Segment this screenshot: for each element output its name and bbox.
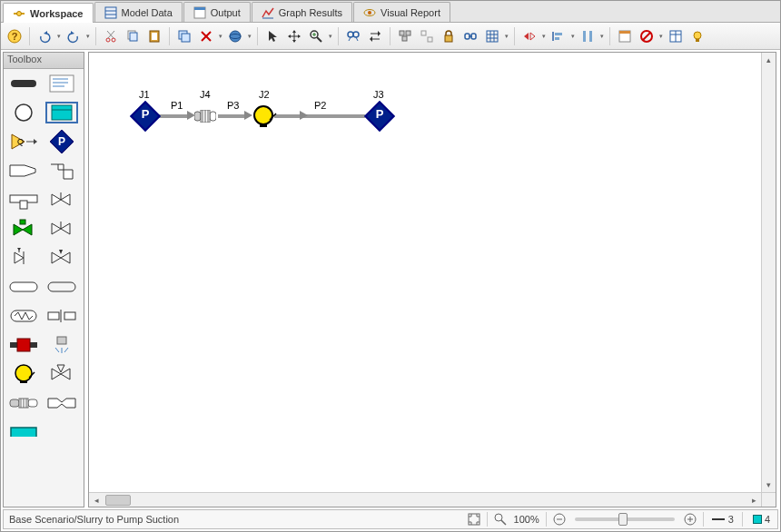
svg-rect-62 [50,75,74,92]
undo-icon[interactable] [35,26,54,46]
properties-icon[interactable] [615,26,635,46]
cut-icon[interactable] [101,26,121,46]
zoom-tool-icon[interactable] [490,510,510,528]
forbid-dropdown[interactable]: ▾ [658,26,664,46]
tool-pump-yellow[interactable] [7,363,40,385]
redo-dropdown[interactable]: ▾ [85,26,91,46]
junction-legend-icon [753,515,762,524]
junction-J4[interactable] [194,110,216,123]
svg-point-108 [495,514,502,521]
sep [169,27,170,45]
tool-three-way-valve[interactable] [45,363,78,385]
redo-icon[interactable] [64,26,84,46]
align-icon[interactable] [549,26,568,46]
table-icon[interactable] [666,26,686,46]
zoom-in-icon[interactable] [680,510,700,528]
tool-assigned-pressure[interactable]: P [45,131,78,153]
pointer-icon[interactable] [262,26,282,46]
tool-pump-red[interactable] [7,334,40,356]
label-J1: J1 [139,89,150,100]
swap-icon[interactable] [365,26,385,46]
ungroup-icon[interactable] [417,26,437,46]
junction-J3[interactable]: P [369,105,390,127]
lock-icon[interactable] [439,26,459,46]
zoom-out-icon[interactable] [549,510,569,528]
paste-icon[interactable] [144,26,164,46]
copy-icon[interactable] [123,26,143,46]
scroll-left-icon[interactable]: ◂ [89,496,104,505]
svg-rect-106 [260,124,267,127]
zoom-icon[interactable] [306,26,326,46]
svg-rect-61 [11,80,36,87]
tool-annotation[interactable] [45,73,78,94]
tool-assigned-flow[interactable]: Q [7,131,40,153]
zoom-slider[interactable] [575,517,675,521]
scroll-down-icon[interactable]: ▾ [762,478,776,492]
delete-icon[interactable] [196,26,216,46]
tool-reservoir[interactable] [45,102,78,123]
tab-label: Output [211,7,241,18]
zoom-slider-knob[interactable] [618,513,628,526]
scroll-up-icon[interactable]: ▴ [762,53,776,67]
bulb-icon[interactable] [687,26,707,46]
tool-valve[interactable] [45,189,78,211]
svg-line-14 [107,31,114,38]
grid-dropdown[interactable]: ▾ [504,26,509,46]
horizontal-scrollbar[interactable]: ◂ ▸ [89,492,761,507]
group-icon[interactable] [395,26,415,46]
tab-label: Workspace [30,8,84,19]
tool-relief-valve[interactable] [45,247,78,269]
flip-dropdown[interactable]: ▾ [541,26,547,46]
duplicate-icon[interactable] [174,26,194,46]
tool-spray[interactable] [45,334,78,356]
tool-weir[interactable] [7,421,40,443]
distribute-icon[interactable] [578,26,598,46]
tool-bend[interactable] [45,160,78,182]
scroll-thumb[interactable] [105,495,131,506]
tool-area-change[interactable] [7,160,40,182]
zoom-dropdown[interactable]: ▾ [328,26,333,46]
workspace-canvas[interactable]: P P J1 P1 J4 P3 J2 P2 J3 [89,53,761,492]
tool-general-component2[interactable] [45,276,78,298]
sep [609,27,610,45]
tab-visual-report[interactable]: Visual Report [353,2,450,22]
tool-venturi[interactable] [45,392,78,414]
vertical-scrollbar[interactable]: ▴ ▾ [761,53,776,492]
tool-control-valve[interactable] [7,218,40,240]
tab-model-data[interactable]: Model Data [94,2,183,22]
flip-h-icon[interactable] [519,26,539,46]
tab-graph-results[interactable]: Graph Results [252,2,352,22]
tab-output[interactable]: Output [183,2,251,22]
junction-J1[interactable]: P [134,105,156,127]
scroll-right-icon[interactable]: ▸ [746,496,761,505]
undo-dropdown[interactable]: ▾ [56,26,62,46]
tool-joint[interactable] [7,102,40,123]
pan-icon[interactable] [284,26,304,46]
tool-orifice[interactable] [45,305,78,327]
link-icon[interactable] [460,26,480,46]
tab-workspace[interactable]: Workspace [3,3,94,23]
grid-toggle-icon[interactable] [482,26,502,46]
tool-general-component[interactable] [7,276,40,298]
tool-heat-exchanger[interactable] [7,305,40,327]
find-icon[interactable] [343,26,363,46]
help-icon[interactable]: ? [5,26,25,46]
tool-tee[interactable] [7,189,40,211]
tool-screen[interactable] [7,392,40,414]
forbid-icon[interactable] [637,26,657,46]
svg-rect-34 [406,31,410,35]
align-dropdown[interactable]: ▾ [570,26,576,46]
tool-check-valve[interactable] [7,247,40,269]
sep [338,27,339,45]
fit-icon[interactable] [464,510,484,528]
tool-valve2[interactable] [45,218,78,240]
junction-J2[interactable] [253,105,273,125]
globe-icon[interactable] [225,26,245,46]
svg-point-23 [230,31,241,42]
pipe-P3[interactable] [218,114,246,118]
pipe-P2[interactable] [274,114,365,118]
tool-pipe[interactable] [7,73,40,94]
distribute-dropdown[interactable]: ▾ [599,26,605,46]
delete-dropdown[interactable]: ▾ [218,26,223,46]
globe-dropdown[interactable]: ▾ [247,26,252,46]
